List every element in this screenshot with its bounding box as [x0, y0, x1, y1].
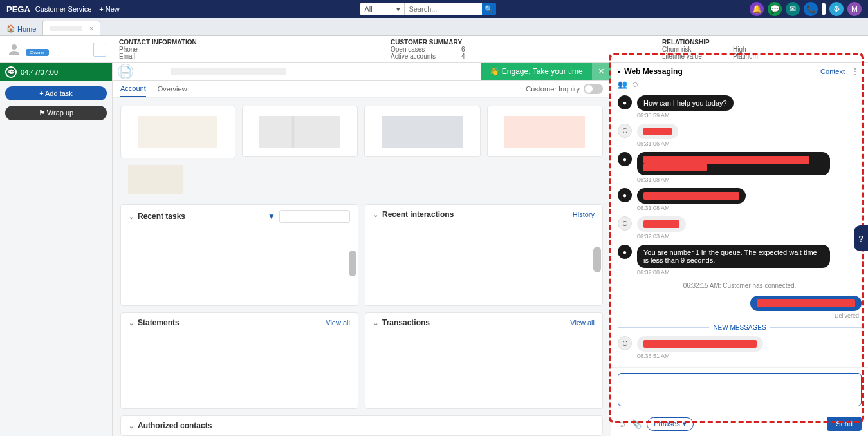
chat-icon[interactable]: 💬	[768, 2, 782, 16]
panel-recent-tasks: ⌄ Recent tasks ▼	[120, 204, 358, 306]
delivered-status: Delivered	[618, 312, 859, 319]
chat-message: I need help setting up my new credit	[637, 336, 763, 352]
email-label: Email	[119, 53, 177, 60]
account-card-2[interactable]	[242, 106, 358, 157]
msg-timestamp: 06:36:51 AM	[637, 353, 862, 359]
help-fab[interactable]: ?	[854, 225, 868, 251]
chat-input[interactable]	[618, 373, 862, 406]
scrollbar-thumb[interactable]	[349, 251, 356, 276]
account-card-1[interactable]	[120, 106, 235, 158]
emoji-picker-icon[interactable]: ☺	[618, 419, 626, 429]
chat-title: Web Messaging	[624, 67, 682, 76]
tab-home[interactable]: 🏠 Home	[0, 22, 42, 35]
subtab-overview[interactable]: Overview	[158, 81, 187, 97]
participants-icon[interactable]: 👥	[618, 80, 627, 89]
msg-timestamp: 06:31:08 AM	[637, 176, 862, 183]
subtabs: Account Overview Customer Inquiry	[113, 81, 611, 98]
customer-inquiry-toggle[interactable]	[584, 84, 603, 94]
bot-avatar: ●	[618, 188, 632, 202]
panel-recent-interactions: ⌄ Recent interactions History	[365, 204, 603, 306]
ltv-value: Platinum	[733, 53, 758, 60]
active-accounts-label: Active accounts	[391, 53, 448, 60]
chat-message: What else can I help you with?	[637, 188, 746, 204]
document-icon[interactable]	[93, 43, 106, 57]
customer-avatar: C	[618, 216, 632, 231]
open-cases-value: 6	[461, 46, 465, 53]
churn-value: High	[733, 46, 746, 53]
chat-menu-icon[interactable]: ⋮	[849, 67, 862, 76]
chevron-down-icon[interactable]: ⌄	[373, 211, 378, 218]
add-task-button[interactable]: + Add task	[5, 86, 107, 100]
new-button[interactable]: + New	[99, 5, 120, 13]
info-bar: CONTACT INFORMATION Phone Email CUSTOMER…	[0, 36, 868, 63]
tabs-bar: 🏠 Home ×	[0, 18, 868, 36]
tab-customer[interactable]: ×	[42, 21, 100, 35]
global-search: All▾ 🔍	[360, 3, 496, 15]
msg-timestamp: 06:30:59 AM	[637, 112, 862, 118]
chevron-down-icon[interactable]: ⌄	[129, 422, 134, 430]
chat-message: How can I help you today?	[637, 95, 734, 111]
transactions-title: Transactions	[382, 318, 430, 327]
chevron-down-icon[interactable]: ⌄	[129, 213, 134, 220]
account-card-extra[interactable]	[128, 165, 183, 194]
message-icon[interactable]: ✉	[786, 2, 800, 16]
bot-avatar: ●	[618, 152, 632, 166]
msg-timestamp: 06:31:08 AM	[637, 205, 862, 211]
engage-banner[interactable]: 👋 Engage; Take your time	[481, 63, 591, 80]
chat-message: blackout txt	[637, 216, 686, 232]
system-message: 06:32:15 AM: Customer has connected.	[618, 282, 862, 289]
phrases-button[interactable]: Phrases▾	[647, 417, 693, 431]
center-content: 📄 👋 Engage; Take your time × Account Ove…	[113, 63, 611, 436]
tasks-search-input[interactable]	[279, 210, 350, 223]
send-button[interactable]: Send	[827, 417, 862, 431]
search-filter-dropdown[interactable]: All▾	[360, 3, 405, 15]
chevron-down-icon[interactable]: ⌄	[129, 319, 134, 327]
case-doc-icon[interactable]: 📄	[118, 64, 133, 79]
wrap-up-button[interactable]: ⚑ Wrap up	[5, 106, 107, 120]
recent-interactions-title: Recent interactions	[382, 210, 454, 219]
user-avatar[interactable]: M	[847, 2, 862, 16]
engage-close-icon[interactable]: ×	[592, 63, 611, 80]
search-button[interactable]: 🔍	[482, 3, 496, 15]
chevron-down-icon[interactable]: ⌄	[373, 319, 378, 327]
statements-title: Statements	[138, 318, 180, 327]
view-all-link[interactable]: View all	[570, 319, 595, 327]
divider	[822, 3, 826, 15]
view-all-link[interactable]: View all	[326, 319, 350, 327]
account-card-4[interactable]	[487, 106, 604, 157]
emoji-icon[interactable]: ☺	[631, 80, 639, 89]
chat-message: xxxxxxxx	[637, 124, 678, 139]
search-input[interactable]	[405, 3, 482, 15]
account-card-3[interactable]	[364, 106, 481, 157]
attachment-icon[interactable]: 📎	[631, 419, 642, 429]
agent-message: Hello how may I help you today	[750, 296, 862, 311]
chat-panel: ▪ Web Messaging Context ⋮ 👥 ☺ ●How can I…	[611, 63, 868, 436]
tab-close-icon[interactable]: ×	[89, 24, 93, 32]
settings-icon[interactable]: ⚙	[829, 2, 844, 16]
panel-authorized-contacts: ⌄ Authorized contacts	[120, 415, 603, 436]
active-accounts-value: 4	[461, 53, 465, 60]
history-link[interactable]: History	[573, 211, 595, 218]
chat-timer-icon: 💬	[5, 66, 17, 78]
chat-channel-icon: ▪	[618, 67, 620, 76]
customer-inquiry-label: Customer Inquiry	[526, 85, 580, 93]
chat-message: You are number 1 in the queue. The expec…	[637, 245, 830, 268]
msg-timestamp: 06:32:03 AM	[637, 233, 862, 240]
customer-summary-title: CUSTOMER SUMMARY	[391, 39, 649, 46]
subtab-account[interactable]: Account	[120, 81, 146, 97]
scrollbar-thumb[interactable]	[593, 247, 601, 272]
open-cases-label: Open cases	[391, 46, 448, 53]
panel-transactions: ⌄ Transactions View all	[365, 312, 603, 409]
timer-bar: 💬 04:47/07:00	[0, 63, 112, 81]
tab-label-redacted	[50, 26, 82, 31]
churn-label: Churn risk	[662, 46, 720, 53]
contact-info-title: CONTACT INFORMATION	[119, 39, 378, 46]
brand-logo: PEGA	[6, 5, 30, 14]
timer-value: 04:47/07:00	[21, 68, 58, 76]
filter-icon[interactable]: ▼	[268, 212, 275, 221]
context-link[interactable]: Context	[820, 68, 845, 75]
new-messages-divider: NEW MESSAGES	[618, 324, 862, 331]
notifications-icon[interactable]: 🔔	[750, 2, 764, 16]
phone-icon[interactable]: 📞	[804, 2, 818, 16]
chat-transcript[interactable]: ●How can I help you today? 06:30:59 AM C…	[611, 91, 868, 367]
